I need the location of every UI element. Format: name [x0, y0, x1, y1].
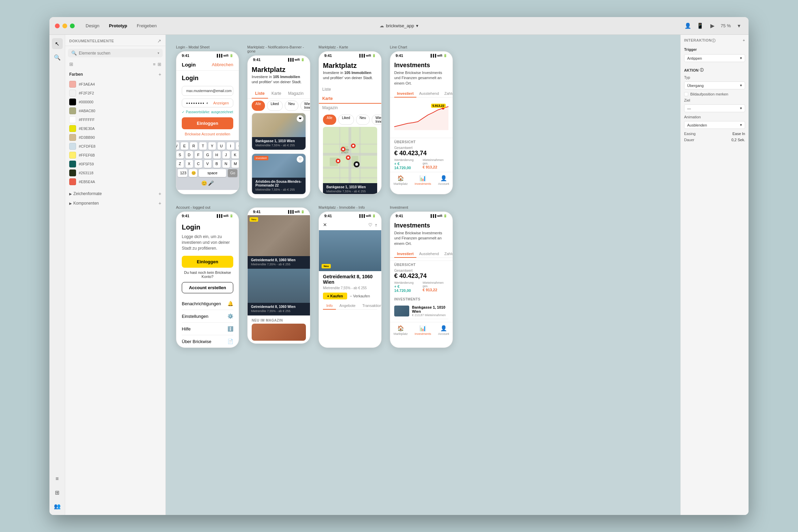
account-login-btn[interactable]: Einloggen: [182, 256, 233, 268]
share-icon-info[interactable]: ↑: [375, 222, 378, 227]
chip-wien[interactable]: Wien Innenstadt: [300, 101, 310, 111]
menu-einstellungen[interactable]: Einstellungen ⚙️: [182, 310, 233, 323]
key-n[interactable]: N: [222, 160, 230, 168]
user-icon[interactable]: 👤: [684, 22, 692, 30]
heart-icon-info[interactable]: ♡: [368, 222, 372, 227]
key-d[interactable]: D: [186, 151, 193, 159]
heart-icon-2[interactable]: ♡: [297, 156, 304, 163]
property-card-1[interactable]: ❤ Bankgasse 1, 1010 Wien Mietrendite 7,5…: [252, 113, 306, 150]
chip-neu[interactable]: Neu: [285, 101, 298, 111]
tab-prototyp[interactable]: Prototyp: [105, 22, 131, 30]
key-i[interactable]: I: [227, 142, 234, 150]
key-f[interactable]: F: [195, 151, 202, 159]
tab-design[interactable]: Design: [82, 22, 103, 30]
chart-nav-marktplatz[interactable]: 🏠 Marktplatz: [394, 175, 408, 186]
chart-nav-investments[interactable]: 📊 Investments: [415, 175, 431, 186]
tab-liste[interactable]: Liste: [252, 89, 268, 99]
search-input[interactable]: [79, 51, 156, 56]
users-tool[interactable]: 👥: [52, 501, 63, 512]
sell-button[interactable]: − Verkaufen: [350, 294, 370, 298]
key-c[interactable]: C: [195, 160, 202, 168]
device-icon[interactable]: 📱: [696, 22, 704, 30]
key-w[interactable]: W: [176, 142, 179, 150]
invest-nav-investments[interactable]: 📊 Investments: [415, 325, 431, 336]
key-e[interactable]: E: [181, 142, 188, 150]
chip-liked[interactable]: Liked: [267, 101, 283, 111]
filter-icon[interactable]: ⊞: [69, 61, 73, 67]
map-tab-karte[interactable]: Karte: [319, 94, 381, 104]
add-zeichenformate-icon[interactable]: +: [159, 191, 161, 196]
minimize-button[interactable]: [62, 24, 67, 28]
login-button[interactable]: Einloggen: [182, 117, 233, 129]
map-tab-liste[interactable]: Liste: [319, 85, 381, 94]
info-tab-transaktionen[interactable]: Transaktionen: [359, 302, 382, 310]
invest-nav-marktplatz[interactable]: 🏠 Marktplatz: [394, 325, 408, 336]
map-chip-neu[interactable]: Neu: [356, 115, 370, 125]
key-t[interactable]: T: [199, 142, 207, 150]
components-tool[interactable]: ⊞: [52, 487, 63, 498]
close-button-info[interactable]: ✕: [323, 222, 327, 227]
mic-icon[interactable]: 🎤: [208, 180, 214, 186]
chart-nav-account[interactable]: 👤 Account: [438, 175, 449, 186]
type-select[interactable]: Übergang ▾: [684, 82, 745, 89]
key-emoji[interactable]: 😊: [189, 169, 197, 177]
invest-item-1[interactable]: Bankgasse 1, 1010 Wien € 213,87 Mieteinn…: [394, 303, 448, 319]
info-tab-info[interactable]: Info: [323, 302, 336, 310]
key-o[interactable]: O: [236, 142, 239, 150]
map-chip-wien[interactable]: Wien Innenstadt: [372, 115, 381, 125]
key-y[interactable]: Y: [208, 142, 216, 150]
key-s[interactable]: S: [176, 151, 184, 159]
map-tab-magazin[interactable]: Magazin: [319, 103, 381, 113]
menu-benachrichtigungen[interactable]: Benachrichtigungen 🔔: [182, 297, 233, 310]
key-m[interactable]: M: [232, 160, 239, 168]
key-go[interactable]: Go: [228, 169, 237, 177]
show-password-btn[interactable]: Anzeigen: [213, 101, 229, 105]
key-x[interactable]: X: [186, 160, 193, 168]
checkbox-bildauf[interactable]: [684, 92, 688, 96]
key-h[interactable]: H: [213, 151, 221, 159]
play-icon[interactable]: ▶: [708, 22, 716, 30]
key-z[interactable]: Z: [176, 160, 184, 168]
trigger-select[interactable]: Antippen ▾: [684, 54, 745, 62]
add-color-icon[interactable]: +: [159, 72, 161, 77]
close-button[interactable]: [55, 24, 60, 28]
invest-tab-ausstehend[interactable]: Ausstehend: [416, 90, 442, 98]
komponenten-section[interactable]: ▶ Komponenten +: [65, 198, 165, 208]
zoom-chevron-icon[interactable]: ▾: [735, 22, 743, 30]
key-k[interactable]: K: [232, 151, 239, 159]
animation-select[interactable]: Ausblenden ▾: [684, 121, 745, 129]
cursor-tool[interactable]: ↖: [52, 38, 63, 49]
key-space[interactable]: space: [199, 169, 226, 177]
heart-icon-1[interactable]: ❤: [297, 115, 304, 122]
create-account-link[interactable]: Brickwise Account erstellen: [182, 132, 233, 136]
search-tool[interactable]: 🔍: [52, 52, 63, 63]
menu-ueber[interactable]: Über Brickwise 📄: [182, 335, 233, 348]
create-account-btn[interactable]: Account erstellen: [182, 282, 233, 293]
tab-magazin[interactable]: Magazin: [285, 89, 307, 99]
zeichenformate-section[interactable]: ▶ Zeichenformate +: [65, 189, 165, 198]
invest-tab-zahlung[interactable]: Zahlungskonto: [442, 90, 453, 98]
key-u[interactable]: U: [218, 142, 225, 150]
invest-nav-account[interactable]: 👤 Account: [438, 325, 449, 336]
menu-hilfe[interactable]: Hilfe ℹ️: [182, 323, 233, 335]
key-b[interactable]: B: [213, 160, 221, 168]
key-j[interactable]: J: [222, 151, 230, 159]
info-tab-angebote[interactable]: Angebote: [336, 302, 359, 310]
key-r[interactable]: R: [190, 142, 197, 150]
invest-tab2-zahlung[interactable]: Zahlungskonto: [442, 250, 453, 258]
invest-tab-investiert[interactable]: Investiert: [394, 90, 416, 98]
property-card-2[interactable]: investiert ♡ Aristides-de-Sousa-Mendes-P…: [252, 153, 306, 194]
buy-button[interactable]: + Kaufen: [323, 293, 347, 299]
share-icon[interactable]: ↗: [157, 38, 161, 44]
emoji-icon[interactable]: 😊: [201, 180, 207, 186]
map-chip-alle[interactable]: Alle: [323, 115, 336, 125]
invest-tab2-investiert[interactable]: Investiert: [394, 250, 416, 258]
layers-tool[interactable]: ≡: [52, 473, 63, 484]
tab-karte[interactable]: Karte: [268, 89, 285, 99]
list-view-icon[interactable]: ≡: [153, 62, 156, 67]
add-komponenten-icon[interactable]: +: [159, 201, 161, 206]
add-interaction-btn[interactable]: +: [743, 38, 745, 43]
key-123[interactable]: 123: [178, 169, 187, 177]
key-g[interactable]: G: [204, 151, 211, 159]
email-field[interactable]: max.mustermann@email.com: [182, 86, 233, 96]
